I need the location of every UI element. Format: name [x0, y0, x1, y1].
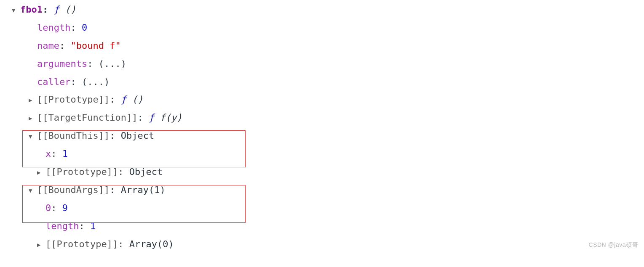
- prop-value: 0: [82, 22, 87, 33]
- prop-key: 0: [45, 203, 51, 213]
- colon: :: [110, 185, 121, 195]
- colon: :: [70, 77, 82, 87]
- prop-value: 1: [90, 221, 96, 231]
- prop-key: name: [37, 40, 59, 51]
- function-args: (): [132, 94, 143, 105]
- prop-caller-row[interactable]: caller: (...): [12, 73, 644, 91]
- boundargs-length-row[interactable]: length: 1: [12, 217, 644, 235]
- prop-value: 1: [62, 148, 68, 159]
- colon: :: [70, 22, 82, 33]
- prop-key: [[TargetFunction]]: [37, 112, 137, 123]
- internal-prototype-row[interactable]: [[Prototype]]: ƒ (): [12, 91, 644, 109]
- function-symbol: ƒ: [149, 112, 154, 123]
- chevron-right-icon[interactable]: [29, 95, 37, 106]
- chevron-right-icon[interactable]: [37, 167, 45, 178]
- prop-value: Array(0): [129, 239, 174, 249]
- internal-targetfunction-row[interactable]: [[TargetFunction]]: ƒ f(y): [12, 109, 644, 127]
- function-symbol: ƒ: [121, 94, 126, 105]
- prop-value: "bound f": [70, 40, 120, 51]
- chevron-down-icon[interactable]: [29, 185, 37, 196]
- prop-length-row[interactable]: length: 0: [12, 19, 644, 37]
- function-symbol: ƒ: [53, 4, 59, 15]
- object-root-row[interactable]: fbo1: ƒ (): [12, 1, 644, 19]
- colon: :: [79, 221, 90, 231]
- prop-key: length: [45, 221, 79, 231]
- watermark: CSDN @java硕哥: [589, 239, 638, 251]
- boundargs-index0-row[interactable]: 0: 9: [12, 199, 644, 217]
- prop-key: caller: [37, 77, 70, 87]
- boundthis-x-row[interactable]: x: 1: [12, 145, 644, 163]
- colon: :: [137, 112, 149, 123]
- colon: :: [110, 130, 121, 141]
- prop-key: length: [37, 22, 70, 33]
- prop-value: Object: [129, 167, 163, 177]
- colon: :: [87, 58, 99, 69]
- prop-value: (...): [82, 77, 110, 87]
- colon: :: [118, 167, 129, 177]
- internal-boundthis-row[interactable]: [[BoundThis]]: Object: [12, 127, 644, 145]
- root-key: fbo1: [20, 4, 43, 15]
- prop-value: Array(1): [121, 185, 166, 195]
- internal-boundargs-row[interactable]: [[BoundArgs]]: Array(1): [12, 181, 644, 199]
- prop-arguments-row[interactable]: arguments: (...): [12, 55, 644, 73]
- chevron-right-icon[interactable]: [37, 239, 45, 251]
- prop-key: [[Prototype]]: [45, 167, 118, 177]
- function-args: f(y): [160, 112, 182, 123]
- colon: :: [51, 148, 62, 159]
- colon: :: [118, 239, 129, 249]
- colon: :: [43, 4, 54, 15]
- prop-key: [[BoundThis]]: [37, 130, 110, 141]
- prop-key: [[Prototype]]: [45, 239, 118, 249]
- prop-value: (...): [99, 58, 126, 69]
- colon: :: [110, 94, 121, 105]
- prop-value: Object: [121, 130, 154, 141]
- prop-key: [[BoundArgs]]: [37, 185, 110, 195]
- prop-name-row[interactable]: name: "bound f": [12, 37, 644, 55]
- function-args: (): [65, 4, 76, 15]
- prop-key: x: [45, 148, 51, 159]
- prop-key: [[Prototype]]: [37, 94, 110, 105]
- chevron-down-icon[interactable]: [12, 5, 20, 16]
- prop-key: arguments: [37, 58, 87, 69]
- boundargs-prototype-row[interactable]: [[Prototype]]: Array(0): [12, 235, 644, 254]
- boundthis-prototype-row[interactable]: [[Prototype]]: Object: [12, 163, 644, 181]
- colon: :: [59, 40, 71, 51]
- chevron-right-icon[interactable]: [29, 113, 37, 124]
- chevron-down-icon[interactable]: [29, 131, 37, 142]
- colon: :: [51, 203, 62, 213]
- prop-value: 9: [62, 203, 68, 213]
